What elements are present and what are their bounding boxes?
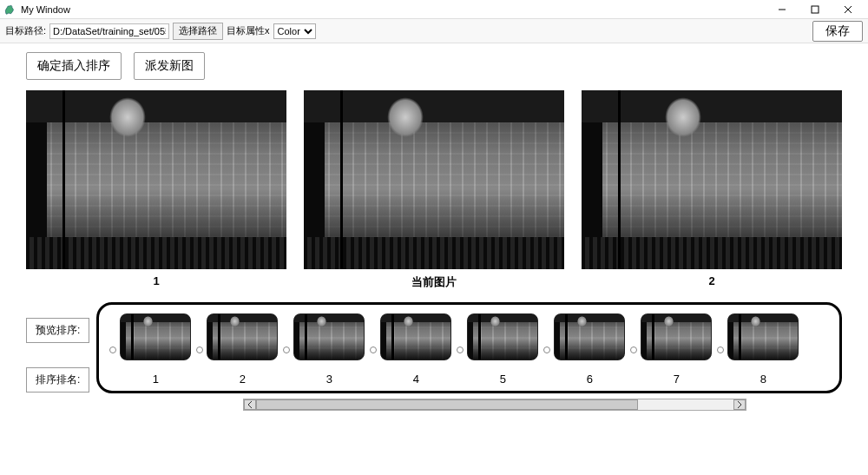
image-center[interactable] bbox=[304, 90, 564, 269]
image-center-caption: 当前图片 bbox=[411, 274, 457, 290]
svg-rect-1 bbox=[812, 6, 819, 13]
thumb-radio[interactable] bbox=[196, 346, 203, 353]
window-controls bbox=[766, 0, 865, 19]
thumb-item: 3 bbox=[293, 313, 365, 386]
thumb-row: 1 2 3 bbox=[109, 313, 829, 386]
image-left[interactable] bbox=[26, 90, 286, 269]
thumb-rank: 4 bbox=[413, 373, 419, 386]
image-right[interactable] bbox=[582, 90, 842, 269]
action-row: 确定插入排序 派发新图 bbox=[26, 52, 842, 80]
thumb-image[interactable] bbox=[120, 313, 191, 360]
path-label: 目标路径: bbox=[5, 24, 46, 37]
scrollbar-track[interactable] bbox=[256, 399, 733, 410]
thumb-radio[interactable] bbox=[717, 346, 724, 353]
scrollbar-right-button[interactable] bbox=[733, 399, 746, 410]
thumb-radio[interactable] bbox=[630, 346, 637, 353]
attr-label: 目标属性x bbox=[227, 24, 270, 37]
thumb-item: 6 bbox=[554, 313, 625, 386]
image-left-caption: 1 bbox=[153, 274, 159, 287]
thumb-image[interactable] bbox=[293, 313, 365, 360]
window-title: My Window bbox=[21, 4, 766, 15]
thumb-rank: 6 bbox=[587, 373, 593, 386]
thumb-radio[interactable] bbox=[543, 346, 550, 353]
choose-path-button[interactable]: 选择路径 bbox=[173, 23, 223, 40]
thumb-item: 8 bbox=[727, 313, 799, 386]
dispatch-button[interactable]: 派发新图 bbox=[134, 52, 205, 80]
scrollbar-left-button[interactable] bbox=[244, 399, 256, 410]
image-center-cell: 当前图片 bbox=[304, 90, 564, 290]
thumb-rank: 8 bbox=[760, 373, 766, 386]
attr-select[interactable]: Color bbox=[273, 23, 316, 39]
thumb-image[interactable] bbox=[554, 313, 625, 360]
titlebar: My Window bbox=[0, 0, 868, 19]
thumb-rank: 2 bbox=[240, 373, 246, 386]
image-left-cell: 1 bbox=[26, 90, 286, 290]
image-right-caption: 2 bbox=[708, 274, 714, 287]
thumb-image[interactable] bbox=[727, 313, 799, 360]
thumb-container: 1 2 3 bbox=[96, 302, 842, 393]
thumb-rank: 5 bbox=[500, 373, 506, 386]
thumb-rank: 7 bbox=[674, 373, 680, 386]
thumb-image[interactable] bbox=[207, 313, 278, 360]
save-button[interactable]: 保存 bbox=[812, 21, 863, 42]
toolbar: 目标路径: 选择路径 目标属性x Color 保存 bbox=[0, 19, 868, 43]
preview-labels: 预览排序: 排序排名: bbox=[26, 302, 89, 393]
app-icon bbox=[3, 3, 16, 16]
thumb-radio[interactable] bbox=[457, 346, 464, 353]
scrollbar-thumb[interactable] bbox=[256, 399, 638, 410]
maximize-button[interactable] bbox=[799, 0, 832, 19]
thumb-radio[interactable] bbox=[109, 346, 116, 353]
thumb-image[interactable] bbox=[641, 313, 712, 360]
thumb-item: 4 bbox=[380, 313, 451, 386]
minimize-button[interactable] bbox=[766, 0, 799, 19]
thumb-radio[interactable] bbox=[370, 346, 377, 353]
horizontal-scrollbar[interactable] bbox=[243, 399, 746, 411]
preview-section: 预览排序: 排序排名: 1 2 bbox=[26, 302, 842, 393]
confirm-insert-button[interactable]: 确定插入排序 bbox=[26, 52, 122, 80]
thumb-image[interactable] bbox=[467, 313, 538, 360]
main-content: 确定插入排序 派发新图 1 当前图片 2 预览排序: 排序排名: bbox=[0, 43, 868, 393]
thumb-radio[interactable] bbox=[283, 346, 290, 353]
thumb-item: 5 bbox=[467, 313, 538, 386]
thumb-item: 1 bbox=[120, 313, 191, 386]
close-button[interactable] bbox=[832, 0, 865, 19]
thumb-rank: 1 bbox=[153, 373, 159, 386]
path-input[interactable] bbox=[49, 23, 169, 39]
thumb-image[interactable] bbox=[380, 313, 451, 360]
thumb-item: 7 bbox=[641, 313, 712, 386]
image-row: 1 当前图片 2 bbox=[26, 90, 842, 290]
image-right-cell: 2 bbox=[582, 90, 842, 290]
preview-rank-button[interactable]: 排序排名: bbox=[26, 367, 89, 393]
thumb-item: 2 bbox=[207, 313, 278, 386]
thumb-rank: 3 bbox=[326, 373, 332, 386]
preview-sort-button[interactable]: 预览排序: bbox=[26, 318, 89, 343]
